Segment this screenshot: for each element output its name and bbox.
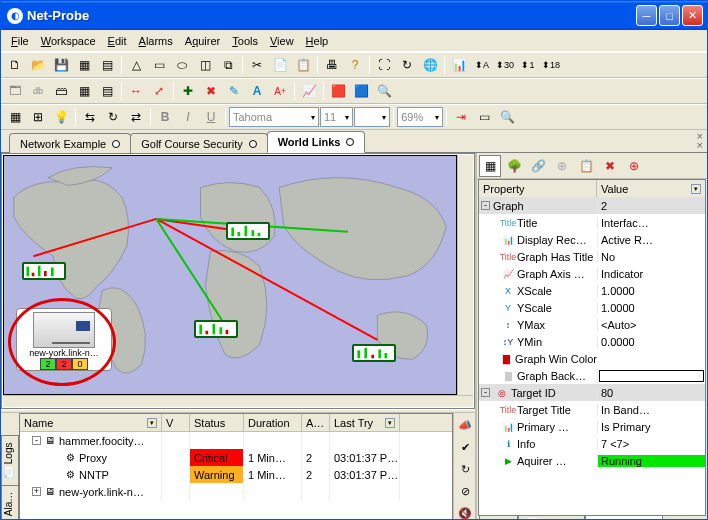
zoom-fit-button[interactable]: ⛶ [373,54,395,76]
prop-view-tree-button[interactable]: 🌳 [503,155,525,177]
monitor-af[interactable] [194,320,238,338]
distribute-button[interactable]: ⇄ [125,106,147,128]
bold-button[interactable]: B [154,106,176,128]
menu-view[interactable]: View [264,33,300,49]
monitor-eu[interactable] [226,222,270,240]
fit-page-button[interactable]: ▭ [473,106,495,128]
minimize-button[interactable]: ─ [636,5,657,26]
property-row[interactable]: XXScale1.0000 [479,282,705,299]
col-a[interactable]: A… [302,414,330,431]
panel-close-button[interactable]: × [697,139,703,151]
prop-clear-button[interactable]: ✖ [599,155,621,177]
sidetab-logs[interactable]: 📄 Logs [1,435,19,485]
connect2-button[interactable]: ⤢ [148,80,170,102]
alarm-row[interactable]: ⚙NNTPWarning1 Min…203:01:37 P… [20,466,452,483]
shape-group-button[interactable]: ◫ [194,54,216,76]
cut-button[interactable]: ✂ [246,54,268,76]
menu-aquirer[interactable]: Aquirer [179,33,226,49]
alarm-mute-button[interactable]: 🔇 [455,503,475,520]
underline-button[interactable]: U [200,106,222,128]
paste-layout-button[interactable]: ▤ [96,54,118,76]
property-row[interactable]: TitleTitleInterfac… [479,214,705,231]
zoom-tool-button[interactable]: 🔍 [373,80,395,102]
rtab-all[interactable]: ▦All [479,516,518,520]
prop-view-grid-button[interactable]: ▦ [479,155,501,177]
sidetab-alarms[interactable]: 📣 Ala… [1,485,19,520]
col-duration[interactable]: Duration [244,414,302,431]
rtab-properties[interactable]: 🗂Properties [585,516,663,520]
property-row[interactable]: -◎Target ID80 [479,384,705,401]
globe-button[interactable]: 🌐 [419,54,441,76]
copy-layout-button[interactable]: ▦ [73,54,95,76]
property-row[interactable]: TitleGraph Has TitleNo [479,248,705,265]
menu-tools[interactable]: Tools [226,33,264,49]
property-row[interactable]: ▶Aquirer …Running [479,452,705,469]
fontsize-combo[interactable]: 11 [320,107,353,127]
menu-file[interactable]: File [5,33,35,49]
chart-30-button[interactable]: ⬍30 [494,54,516,76]
shape-rounded-button[interactable]: ⬭ [171,54,193,76]
property-row[interactable]: ↕YMax<Auto> [479,316,705,333]
db2-button[interactable]: db [27,80,49,102]
col-name[interactable]: Name▾ [20,414,162,431]
select-blue-button[interactable]: 🟦 [350,80,372,102]
chart-1m-button[interactable]: ⬍1 [517,54,539,76]
refresh-button[interactable]: ↻ [396,54,418,76]
col-status[interactable]: Status [190,414,244,431]
property-row[interactable]: YYScale1.0000 [479,299,705,316]
device-callout[interactable]: new-york.link-n… 2 2 0 [16,308,112,371]
menu-edit[interactable]: Edit [102,33,133,49]
property-row[interactable]: TitleTarget TitleIn Band… [479,401,705,418]
rotate-button[interactable]: ↻ [102,106,124,128]
property-row[interactable]: ℹInfo7 <7> [479,435,705,452]
prop-add-button[interactable]: ⊕ [551,155,573,177]
align-arrows-button[interactable]: ⇆ [79,106,101,128]
connect-button[interactable]: ↔ [125,80,147,102]
fit-width-button[interactable]: ⇥ [450,106,472,128]
alarm-row[interactable]: +🖥new-york.link-n… [20,483,452,500]
menu-help[interactable]: Help [300,33,335,49]
italic-button[interactable]: I [177,106,199,128]
col-v[interactable]: V [162,414,190,431]
new-obj-button[interactable]: 🗃 [50,80,72,102]
align-grid-button[interactable]: ▦ [4,106,26,128]
rtab-graphs[interactable]: 📊Graphs [518,516,585,520]
prop-paste-button[interactable]: 📋 [575,155,597,177]
grid-button[interactable]: ▦ [73,80,95,102]
open-button[interactable]: 📂 [27,54,49,76]
prop-target-button[interactable]: ⊕ [623,155,645,177]
alarm-row[interactable]: -🖥hammer.foocity… [20,432,452,449]
db-button[interactable]: 🗔 [4,80,26,102]
property-row[interactable]: ▇Graph Back… [479,367,705,384]
menu-alarms[interactable]: Alarms [133,33,179,49]
bulb-button[interactable]: 💡 [50,106,72,128]
tab-golf-course[interactable]: Golf Course Security [130,133,267,153]
chart-button[interactable]: 📈 [298,80,320,102]
col-last[interactable]: Last Try▾ [330,414,400,431]
select-red-button[interactable]: 🟥 [327,80,349,102]
maximize-button[interactable]: □ [659,5,680,26]
zoom-combo[interactable]: 69% [397,107,443,127]
monitor-na[interactable] [22,262,66,280]
text-button[interactable]: A [246,80,268,102]
color-combo[interactable] [354,107,390,127]
chart-bar-button[interactable]: 📊 [448,54,470,76]
find-button[interactable]: 🔍 [496,106,518,128]
alarm-refresh-button[interactable]: ↻ [455,459,475,479]
chart-18-button[interactable]: ⬍18 [540,54,562,76]
map-scrollbar-h[interactable] [3,395,473,407]
prop-link-button[interactable]: 🔗 [527,155,549,177]
font-combo[interactable]: Tahoma [229,107,319,127]
add-node-button[interactable]: ✚ [177,80,199,102]
text-add-button[interactable]: A+ [269,80,291,102]
edit-node-button[interactable]: ✎ [223,80,245,102]
monitor-au[interactable] [352,344,396,362]
prop-col-value[interactable]: Value▾ [597,180,705,197]
copy-button[interactable]: 📄 [269,54,291,76]
alarm-row[interactable]: ⚙ProxyCritical1 Min…203:01:37 P… [20,449,452,466]
shape-overlap-button[interactable]: ⧉ [217,54,239,76]
snap-button[interactable]: ⊞ [27,106,49,128]
map-canvas[interactable]: new-york.link-n… 2 2 0 [1,153,475,409]
alarm-clear-button[interactable]: ⊘ [455,481,475,501]
chart-a-button[interactable]: ⬍A [471,54,493,76]
